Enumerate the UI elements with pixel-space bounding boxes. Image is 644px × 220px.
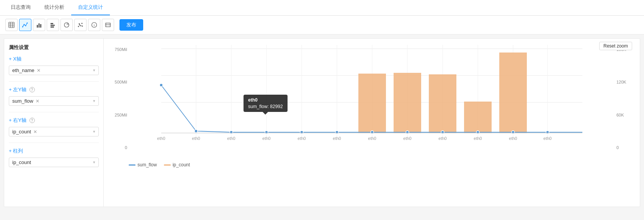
y-right-label-1: 120K xyxy=(616,80,626,84)
right-y-axis-help-icon[interactable]: ? xyxy=(29,118,35,123)
info-icon: i xyxy=(91,22,97,28)
dot-9 xyxy=(476,131,479,134)
column-label[interactable]: + 柱列 xyxy=(9,148,99,154)
tool-scatter[interactable] xyxy=(74,19,87,31)
divider-3 xyxy=(9,143,99,143)
tool-map[interactable] xyxy=(102,19,114,31)
dot-0 xyxy=(160,84,163,87)
right-y-axis-label[interactable]: + 右Y轴 ? xyxy=(9,117,99,124)
svg-rect-9 xyxy=(37,25,38,28)
reset-zoom-button[interactable]: Reset zoom xyxy=(599,42,632,50)
left-y-axis-label[interactable]: + 左Y轴 ? xyxy=(9,86,99,93)
svg-text:eth0: eth0 xyxy=(438,136,446,141)
svg-text:eth0: eth0 xyxy=(192,136,200,141)
y-left-label-3: 0 xyxy=(125,145,127,150)
chart-svg: eth0 eth0 eth0 eth0 eth0 eth0 eth0 eth0 … xyxy=(129,45,615,148)
tool-hbar[interactable] xyxy=(47,19,59,31)
legend-sum-flow: sum_flow xyxy=(129,162,157,167)
svg-point-8 xyxy=(27,23,28,24)
svg-rect-11 xyxy=(40,24,41,28)
tab-stat-analysis[interactable]: 统计分析 xyxy=(38,0,71,15)
toolbar: i 发布 xyxy=(0,16,644,34)
svg-point-21 xyxy=(82,26,83,27)
svg-rect-0 xyxy=(9,22,14,28)
svg-point-16 xyxy=(78,26,79,27)
chart-legend: sum_flow ip_count xyxy=(129,162,636,167)
pie-chart-icon xyxy=(64,22,70,28)
x-axis-section: + X轴 eth_name ✕ ▾ xyxy=(9,56,99,75)
svg-rect-13 xyxy=(51,25,55,26)
x-axis-close[interactable]: ✕ xyxy=(37,68,41,73)
y-left-label-2: 250Mil xyxy=(115,113,127,117)
dot-8 xyxy=(441,131,444,134)
legend-sum-flow-label: sum_flow xyxy=(137,162,157,167)
svg-text:eth0: eth0 xyxy=(262,136,270,141)
svg-text:i: i xyxy=(94,23,95,27)
bar-10 xyxy=(499,53,527,133)
legend-line-dot xyxy=(129,164,136,166)
main-content: 属性设置 + X轴 eth_name ✕ ▾ + 左Y轴 ? xyxy=(4,38,640,207)
map-icon xyxy=(105,22,111,28)
tab-log-query[interactable]: 日志查询 xyxy=(4,0,38,15)
right-y-axis-section: + 右Y轴 ? ip_count ✕ ▾ xyxy=(9,117,99,136)
left-y-axis-field-value: sum_flow xyxy=(12,98,33,104)
tool-line[interactable] xyxy=(19,19,31,31)
dot-5 xyxy=(335,131,338,134)
svg-text:eth0: eth0 xyxy=(157,136,165,141)
dot-7 xyxy=(406,131,409,134)
svg-text:eth0: eth0 xyxy=(297,136,306,141)
dot-1 xyxy=(195,130,198,133)
left-y-axis-close[interactable]: ✕ xyxy=(36,99,39,104)
svg-text:eth0: eth0 xyxy=(227,136,235,141)
column-field-value: ip_count xyxy=(12,159,31,165)
column-section: + 柱列 ip_count ▾ xyxy=(9,148,99,167)
tool-table[interactable] xyxy=(5,19,18,31)
app-container: 日志查询 统计分析 自定义统计 xyxy=(0,0,644,207)
left-y-axis-select[interactable]: sum_flow ✕ ▾ xyxy=(9,96,99,106)
right-y-axis-select[interactable]: ip_count ✕ ▾ xyxy=(9,127,99,136)
bar-7 xyxy=(394,73,421,133)
chart-svg-container: eth0 eth0 eth0 eth0 eth0 eth0 eth0 eth0 … xyxy=(129,45,615,160)
publish-button[interactable]: 发布 xyxy=(119,19,143,31)
bar-8 xyxy=(429,74,456,133)
left-y-axis-help-icon[interactable]: ? xyxy=(29,87,35,92)
x-axis-dropdown-arrow: ▾ xyxy=(93,68,95,73)
chart-with-axes: 750Mil 500Mil 250Mil 0 xyxy=(108,45,636,160)
x-axis-select[interactable]: eth_name ✕ ▾ xyxy=(9,66,99,75)
hbar-chart-icon xyxy=(50,22,56,28)
column-select[interactable]: ip_count ▾ xyxy=(9,158,99,167)
tool-pie[interactable] xyxy=(60,19,73,31)
left-y-axis-dropdown-arrow: ▾ xyxy=(93,99,95,103)
svg-rect-12 xyxy=(51,23,53,24)
right-y-axis-field-value: ip_count xyxy=(12,129,31,135)
svg-text:eth0: eth0 xyxy=(509,136,517,141)
bar-chart-icon xyxy=(36,22,42,28)
table-icon xyxy=(8,22,15,28)
x-axis-field-value: eth_name xyxy=(12,67,34,73)
tool-info[interactable]: i xyxy=(88,19,100,31)
svg-point-6 xyxy=(24,24,25,25)
x-axis-label[interactable]: + X轴 xyxy=(9,56,99,62)
divider-2 xyxy=(9,112,99,112)
svg-point-19 xyxy=(82,23,83,24)
svg-text:eth0: eth0 xyxy=(403,136,411,141)
column-dropdown-arrow: ▾ xyxy=(93,160,95,165)
y-left-axis: 750Mil 500Mil 250Mil 0 xyxy=(108,45,129,160)
dot-6 xyxy=(371,131,374,134)
svg-text:eth0: eth0 xyxy=(333,136,341,141)
svg-point-7 xyxy=(25,25,26,26)
right-y-axis-close[interactable]: ✕ xyxy=(33,129,37,135)
svg-point-17 xyxy=(79,25,80,26)
line-chart-icon xyxy=(22,22,28,28)
legend-ip-count: ip_count xyxy=(164,162,190,167)
bar-6 xyxy=(358,74,386,133)
tab-custom-stat[interactable]: 自定义统计 xyxy=(71,0,110,15)
y-left-label-0: 750Mil xyxy=(115,47,127,52)
right-y-axis-dropdown-arrow: ▾ xyxy=(93,129,95,134)
dot-3 xyxy=(265,131,268,134)
y-right-label-2: 60K xyxy=(616,113,624,117)
svg-text:eth0: eth0 xyxy=(368,136,376,141)
dot-4 xyxy=(300,131,303,134)
tool-bar[interactable] xyxy=(33,19,45,31)
svg-rect-10 xyxy=(39,23,40,28)
